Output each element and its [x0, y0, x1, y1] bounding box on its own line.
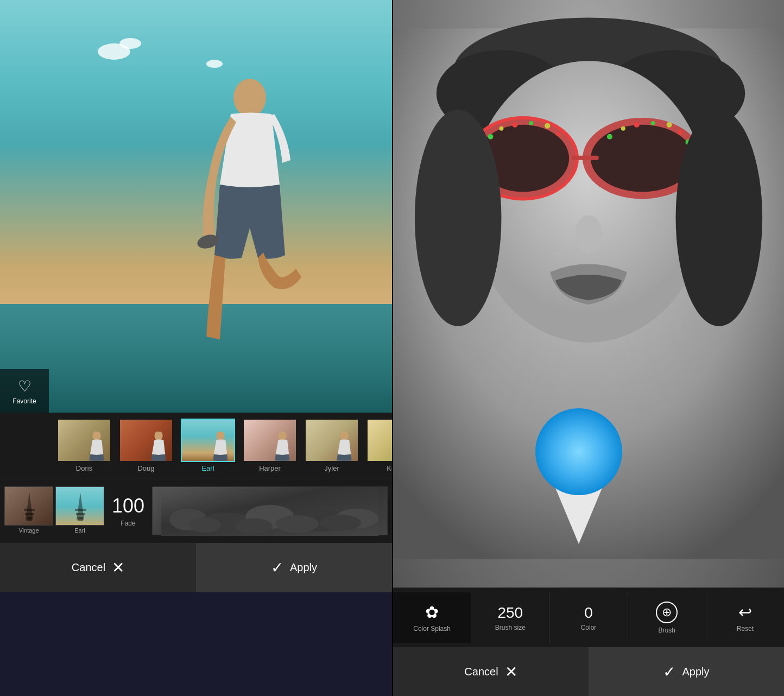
svg-point-3: [154, 432, 162, 441]
svg-rect-12: [24, 509, 35, 511]
tool-brush[interactable]: ⊕ Brush: [628, 592, 706, 643]
snowcone-container: [530, 408, 628, 544]
filter-item-harper[interactable]: Harper: [240, 419, 300, 472]
cloud-2: [119, 38, 141, 49]
svg-rect-17: [75, 509, 86, 511]
brush-circle-icon: ⊕: [656, 602, 678, 623]
svg-point-36: [591, 125, 693, 192]
adj-label-vintage: Vintage: [4, 527, 53, 534]
color-label: Color: [581, 624, 597, 631]
cancel-icon-left: ✕: [112, 559, 124, 577]
filter-label-doris: Doris: [76, 464, 92, 472]
svg-point-27: [320, 515, 361, 531]
brush-size-label: Brush size: [495, 624, 526, 631]
filter-item-earl[interactable]: Earl: [178, 419, 238, 472]
apply-icon-left: ✓: [271, 559, 283, 577]
favorite-button[interactable]: ♡ Favorite: [0, 369, 49, 413]
reset-label: Reset: [737, 625, 754, 632]
svg-point-6: [340, 432, 348, 441]
svg-point-46: [634, 122, 640, 128]
svg-rect-10: [27, 517, 32, 521]
brush-plus-icon: ⊕: [662, 605, 672, 619]
adjustment-strip: Vintage: [0, 478, 392, 543]
svg-point-38: [488, 134, 494, 140]
cancel-button-left[interactable]: Cancel ✕: [0, 543, 196, 592]
filter-label-earl: Earl: [201, 464, 214, 472]
tool-brush-size[interactable]: 250 Brush size: [471, 592, 549, 643]
adj-item-earl[interactable]: Earl: [55, 486, 104, 535]
filter-label-kevi: Kevi: [387, 464, 392, 472]
adj-item-vintage[interactable]: Vintage: [4, 486, 53, 535]
svg-point-48: [667, 122, 672, 128]
svg-point-40: [512, 122, 517, 128]
cancel-button-right[interactable]: Cancel ✕: [393, 647, 589, 696]
apply-icon-right: ✓: [663, 663, 675, 681]
brush-size-value: 250: [497, 604, 523, 622]
svg-rect-11: [25, 513, 34, 515]
right-photo: [393, 0, 784, 587]
cancel-text-right: Cancel: [464, 666, 498, 678]
svg-point-44: [607, 134, 612, 140]
svg-point-2: [92, 432, 100, 441]
filter-label-jyler: Jyler: [324, 464, 339, 472]
fade-value: 100: [112, 495, 144, 517]
svg-point-49: [678, 130, 682, 135]
tool-color-splash[interactable]: ✿ Color Splash: [393, 592, 471, 643]
right-panel: ✿ Color Splash 250 Brush size 0 Color ⊕ …: [393, 0, 784, 696]
heart-icon: ♡: [18, 377, 31, 395]
apply-text-left: Apply: [290, 561, 317, 574]
toolbar-right: ✿ Color Splash 250 Brush size 0 Color ⊕ …: [393, 587, 784, 647]
fade-label: Fade: [121, 520, 135, 527]
filter-item-jyler[interactable]: Jyler: [302, 419, 362, 472]
svg-point-39: [499, 126, 503, 131]
adj-label-earl: Earl: [55, 527, 104, 534]
tool-reset[interactable]: ↩ Reset: [706, 592, 784, 643]
left-photo: ♡ Favorite: [0, 0, 392, 413]
snow-ice: [535, 408, 622, 495]
svg-point-45: [621, 126, 625, 131]
svg-rect-16: [76, 513, 85, 515]
filter-item-doug[interactable]: Doug: [116, 419, 176, 472]
color-splash-icon: ✿: [425, 603, 439, 622]
action-bar-right: Cancel ✕ ✓ Apply: [393, 647, 784, 696]
brush-label: Brush: [659, 627, 675, 634]
svg-rect-15: [78, 517, 83, 521]
svg-point-0: [233, 79, 266, 117]
svg-point-26: [275, 515, 319, 533]
color-value: 0: [584, 604, 593, 622]
svg-point-41: [529, 121, 533, 125]
cancel-icon-right: ✕: [505, 663, 517, 681]
apply-button-left[interactable]: ✓ Apply: [196, 543, 392, 592]
filter-label-doug: Doug: [137, 464, 154, 472]
reset-icon: ↩: [738, 603, 752, 622]
favorite-label: Favorite: [12, 397, 36, 405]
svg-point-53: [415, 110, 502, 326]
fade-control: 100 Fade: [106, 486, 150, 535]
cancel-text-left: Cancel: [72, 561, 105, 574]
filter-label-harper: Harper: [259, 464, 281, 472]
filter-item-kevi[interactable]: Kevi: [364, 419, 392, 472]
svg-point-47: [651, 121, 655, 125]
color-splash-label: Color Splash: [413, 625, 451, 632]
tool-color[interactable]: 0 Color: [549, 592, 628, 643]
filter-item-doris[interactable]: Doris: [54, 419, 114, 472]
person-figure: [166, 65, 318, 380]
svg-point-5: [278, 432, 286, 441]
svg-point-4: [216, 432, 224, 441]
filter-strip: Doris Doug: [0, 413, 392, 478]
apply-button-right[interactable]: ✓ Apply: [589, 647, 784, 696]
action-bar-left: Cancel ✕ ✓ Apply: [0, 543, 392, 592]
rocks-preview: [152, 486, 388, 535]
svg-point-52: [575, 215, 602, 253]
svg-point-42: [545, 123, 550, 129]
apply-text-right: Apply: [682, 666, 709, 678]
svg-rect-51: [572, 156, 599, 160]
svg-point-43: [556, 132, 560, 136]
svg-point-25: [235, 518, 273, 534]
left-panel: ♡ Favorite Doris: [0, 0, 392, 696]
svg-point-54: [676, 110, 763, 326]
svg-point-24: [188, 517, 221, 533]
